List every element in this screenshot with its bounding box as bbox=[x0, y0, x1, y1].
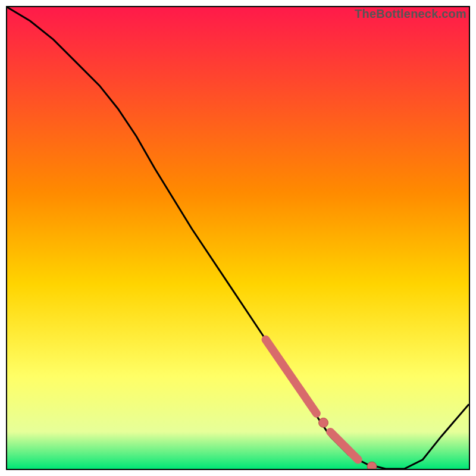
highlight-segment bbox=[266, 340, 317, 414]
marker-layer bbox=[266, 340, 377, 469]
watermark-text: TheBottleneck.com bbox=[355, 7, 466, 21]
highlight-segment2 bbox=[330, 432, 358, 460]
plot-area bbox=[6, 6, 470, 470]
dot-mid bbox=[319, 418, 328, 427]
bottleneck-curve-path bbox=[7, 7, 469, 469]
dot-trough bbox=[367, 462, 377, 469]
chart-stage: TheBottleneck.com bbox=[0, 0, 476, 476]
curve-layer bbox=[7, 7, 469, 469]
